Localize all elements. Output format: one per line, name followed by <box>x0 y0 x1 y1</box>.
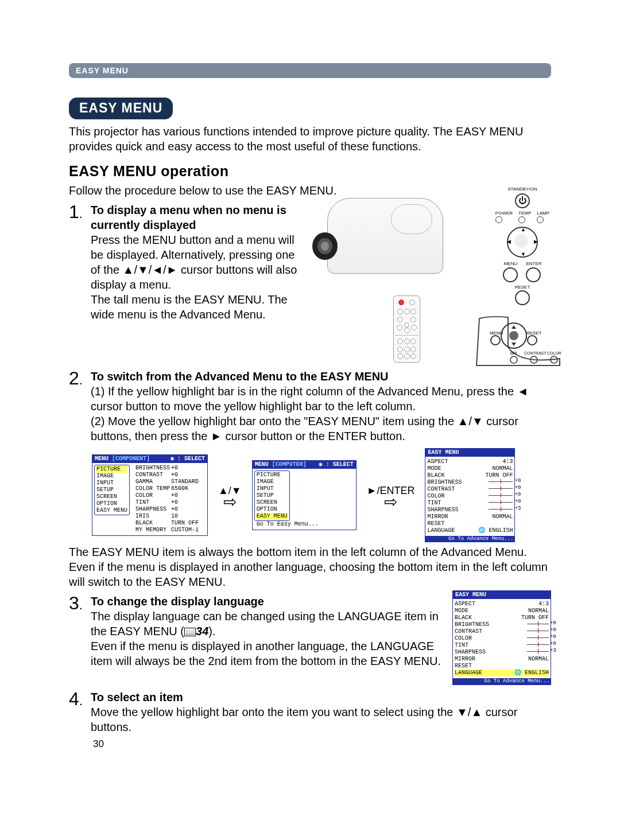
step3-p2: Even if the menu is displayed in another… <box>91 639 444 668</box>
follow-text: Follow the procedure below to use the EA… <box>69 183 551 198</box>
after-diagram-text: The EASY MENU item is always the bottom … <box>69 545 551 589</box>
svg-text:BRI: BRI <box>510 351 517 355</box>
projector-illustration: STANDBY/ON ⏻ POWER TEMP LAMP ▲ ▼ ◀ ▶ MEN… <box>304 198 551 364</box>
step-number: 4. <box>69 690 91 734</box>
step3-title: To change the display language <box>91 594 444 609</box>
intro-text: This projector has various functions int… <box>69 124 551 154</box>
svg-text:COLOR: COLOR <box>547 351 561 355</box>
step2-li2: (2) Move the yellow highlight bar onto t… <box>91 414 551 444</box>
arrows-enter-icon: ►/ENTER ⇨ <box>367 484 415 505</box>
svg-text:CONTRAST: CONTRAST <box>524 351 547 355</box>
step1-p2: The tall menu is the EASY MENU. The wide… <box>91 292 304 322</box>
step-number: 3. <box>69 594 91 668</box>
step2-title: To switch from the Advanced Menu to the … <box>91 369 551 384</box>
svg-point-4 <box>509 331 518 340</box>
svg-marker-6 <box>512 343 516 346</box>
easy-menu-screenshot-small: EASY MENU ASPECT4:3MODENORMALBLACKTURN O… <box>452 590 551 685</box>
remote-control-icon <box>393 295 420 363</box>
panel2-reset-label: RESET <box>526 330 542 336</box>
advanced-menu-screenshot-1: MENU [COMPONENT] ◉ : SELECT PICTUREIMAGE… <box>92 454 208 536</box>
svg-point-2 <box>321 242 329 251</box>
step4-title: To select an item <box>91 690 551 705</box>
enter-dial-icon: ▲ ▼ ◀ ▶ <box>507 227 538 258</box>
menu-flow-diagram: MENU [COMPONENT] ◉ : SELECT PICTUREIMAGE… <box>92 448 551 543</box>
control-panel-1: STANDBY/ON ⏻ POWER TEMP LAMP ▲ ▼ ◀ ▶ MEN… <box>485 186 560 306</box>
step-number: 1. <box>69 203 91 364</box>
arrows-updown-icon: ▲/▼ ⇨ <box>218 484 242 505</box>
svg-point-9 <box>510 356 517 363</box>
svg-marker-5 <box>512 325 516 329</box>
page-number: 30 <box>93 738 551 750</box>
title-pill: EASY MENU <box>69 98 173 119</box>
step4-p: Move the yellow highlight bar onto the i… <box>91 705 551 734</box>
easy-menu-screenshot: EASY MENU ASPECT4:3MODENORMALBLACKTURN O… <box>425 448 515 543</box>
step1-p1: Press the MENU button and a menu will be… <box>91 232 304 292</box>
book-icon: 📖 <box>184 628 196 636</box>
document-page: EASY MENU EASY MENU This projector has v… <box>0 0 620 773</box>
control-panel-2: MENU RESET BRI CONTRAST COLOR <box>474 313 565 367</box>
section-heading: EASY MENU operation <box>69 162 551 181</box>
header-bar: EASY MENU <box>69 63 551 78</box>
step2-li1: (1) If the yellow highlight bar is in th… <box>91 384 551 414</box>
svg-point-8 <box>528 336 537 345</box>
svg-point-7 <box>491 336 500 345</box>
step1-title: To display a menu when no menu is curren… <box>91 203 304 232</box>
step3-p1: The display language can be changed usin… <box>91 609 444 639</box>
step-number: 2. <box>69 369 91 444</box>
projector-lens-icon <box>308 230 339 262</box>
advanced-menu-screenshot-2: MENU [COMPUTER] ◉ : SELECT PICTUREIMAGEI… <box>252 460 356 530</box>
panel2-menu-label: MENU <box>490 330 503 336</box>
